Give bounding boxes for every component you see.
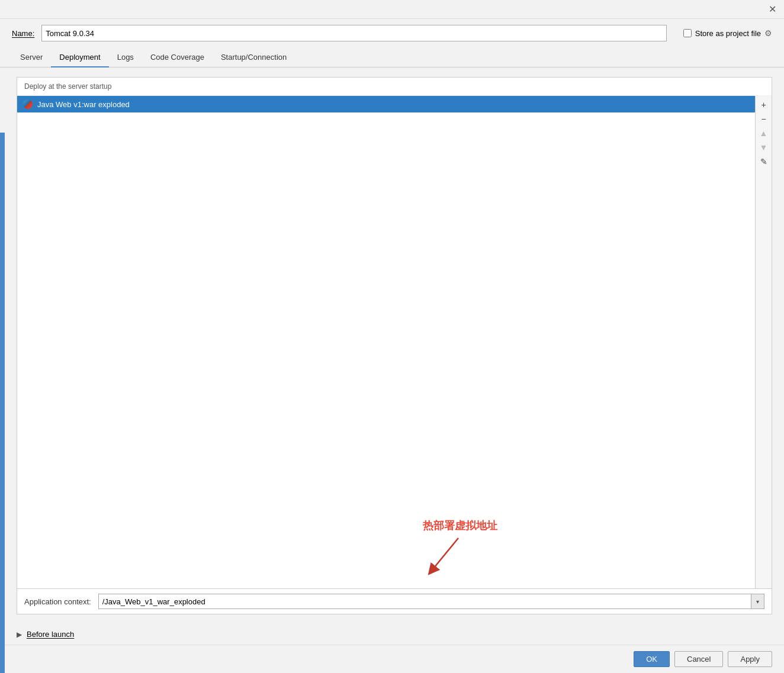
store-project-area: Store as project file ⚙ [683,28,772,38]
panel-body: Java Web v1:war exploded 热部署虚拟地址 [17,96,772,588]
annotation-arrow [423,535,476,577]
name-row: Name: Store as project file ⚙ [0,19,784,47]
move-down-button[interactable]: ▼ [757,141,770,154]
name-label: Name: [12,29,34,38]
app-context-row: Application context: ▾ [17,588,772,614]
deployment-item-label: Java Web v1:war exploded [37,100,130,109]
panel-header: Deploy at the server startup [17,78,772,96]
footer-buttons: OK Cancel Apply [5,645,784,673]
add-button[interactable]: + [757,98,770,111]
artifact-icon [23,99,33,109]
before-launch-section: ▶ Before launch [5,624,784,645]
run-configuration-dialog: ✕ Name: Store as project file ⚙ Server D… [0,0,784,673]
name-input[interactable] [41,25,666,41]
apply-button[interactable]: Apply [728,651,772,667]
annotation-text: 热部署虚拟地址 [423,519,497,533]
gear-icon[interactable]: ⚙ [764,28,772,38]
tab-startup[interactable]: Startup/Connection [213,48,295,67]
cancel-button[interactable]: Cancel [674,651,723,667]
close-button[interactable]: ✕ [765,2,779,17]
tab-deployment[interactable]: Deployment [51,48,108,67]
before-launch-label: Before launch [27,630,74,639]
app-context-label: Application context: [24,597,91,606]
deployment-panel: Deploy at the server startup Java Web v1… [17,77,772,614]
deployment-list: Java Web v1:war exploded 热部署虚拟地址 [17,96,755,588]
main-content: Deploy at the server startup Java Web v1… [5,67,784,624]
remove-button[interactable]: − [757,112,770,125]
move-up-button[interactable]: ▲ [757,127,770,140]
tab-server[interactable]: Server [12,48,51,67]
store-project-checkbox[interactable] [683,29,692,37]
before-launch-toggle[interactable]: ▶ [17,630,22,639]
store-project-label: Store as project file [695,29,761,38]
app-context-input-wrap: ▾ [98,594,764,609]
main-content-wrapper: Deploy at the server startup Java Web v1… [5,67,784,673]
app-context-dropdown-button[interactable]: ▾ [751,594,764,608]
svg-line-1 [432,538,458,571]
tabs-row: Server Deployment Logs Code Coverage Sta… [0,47,784,67]
tab-coverage[interactable]: Code Coverage [142,48,213,67]
tab-logs[interactable]: Logs [109,48,142,67]
app-context-input[interactable] [99,597,751,606]
deployment-item[interactable]: Java Web v1:war exploded [17,96,755,112]
edit-button[interactable]: ✎ [757,155,770,168]
active-indicator [0,133,5,673]
title-bar: ✕ [0,0,784,19]
ok-button[interactable]: OK [634,651,670,667]
side-toolbar: + − ▲ ▼ ✎ [755,96,772,588]
